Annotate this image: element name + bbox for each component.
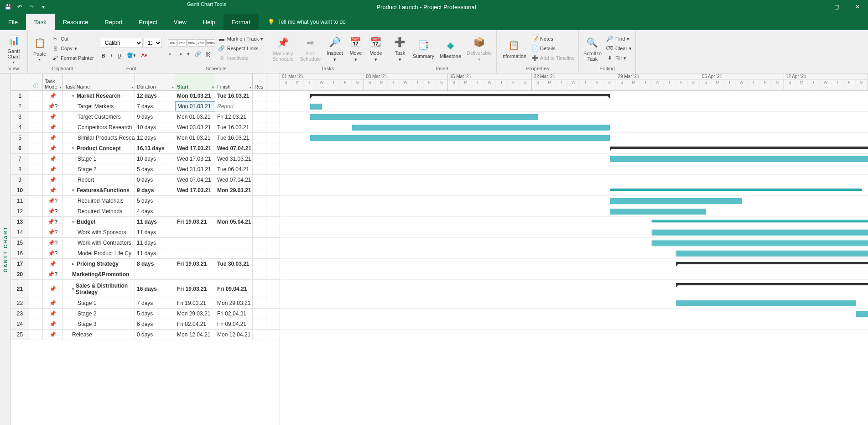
cut-button[interactable]: ✂Cut <box>51 35 95 43</box>
duration-cell[interactable]: 4 days <box>135 206 175 216</box>
fill-button[interactable]: ⬇Fill ▾ <box>605 54 633 62</box>
gantt-bar[interactable] <box>610 147 868 149</box>
chart-row[interactable] <box>280 154 868 164</box>
resources-cell[interactable] <box>253 196 266 206</box>
resources-cell[interactable] <box>253 280 266 298</box>
finish-cell[interactable] <box>215 238 253 248</box>
resources-cell[interactable] <box>253 248 266 258</box>
start-cell[interactable] <box>175 238 215 248</box>
task-name-cell[interactable]: ▿Features&Functions <box>63 185 135 195</box>
duration-cell[interactable]: 16 days <box>135 280 175 298</box>
resources-cell[interactable] <box>253 101 266 111</box>
finish-cell[interactable]: Tue 30.03.21 <box>215 259 253 269</box>
start-cell[interactable]: Wed 07.04.21 <box>175 175 215 185</box>
start-cell[interactable]: Mon 01.03.21 <box>175 112 215 122</box>
start-cell[interactable] <box>175 206 215 216</box>
menu-task[interactable]: Task <box>26 14 55 30</box>
resources-cell[interactable] <box>253 259 266 269</box>
insert-summary-button[interactable]: 📑Summary <box>411 37 436 60</box>
row-number[interactable]: 13 <box>11 217 29 227</box>
task-mode-cell[interactable]: 📌? <box>43 206 63 216</box>
gantt-bar[interactable] <box>310 135 610 141</box>
gantt-bar[interactable] <box>652 240 868 246</box>
info-cell[interactable] <box>29 196 43 206</box>
resources-cell[interactable] <box>253 91 266 101</box>
chart-row[interactable] <box>280 238 868 248</box>
duration-cell[interactable]: 10 days <box>135 154 175 164</box>
info-cell[interactable] <box>29 269 43 279</box>
chart-row[interactable] <box>280 269 868 280</box>
resources-cell[interactable] <box>253 185 266 195</box>
task-mode-cell[interactable]: 📌 <box>43 330 63 340</box>
table-row[interactable]: 11📌?Required Materials5 days <box>11 196 280 206</box>
task-name-cell[interactable]: Marketing&Promotion <box>63 269 135 279</box>
info-cell[interactable] <box>29 319 43 329</box>
paste-button[interactable]: 📋 Paste ▾ <box>31 35 49 63</box>
duration-cell[interactable]: 11 days <box>135 227 175 237</box>
row-number[interactable]: 9 <box>11 175 29 185</box>
gantt-bar[interactable] <box>676 262 868 264</box>
chart-row[interactable] <box>280 91 868 101</box>
outdent-button[interactable]: ⇤ <box>168 51 174 58</box>
task-mode-cell[interactable]: 📌 <box>43 185 63 195</box>
start-cell[interactable] <box>175 248 215 258</box>
info-cell[interactable] <box>29 309 43 319</box>
duration-cell[interactable]: 8 days <box>135 259 175 269</box>
gantt-bar[interactable] <box>610 156 868 162</box>
finish-cell[interactable]: Tue 16.03.21 <box>215 133 253 143</box>
inactivate-button[interactable]: ⊘Inactivate <box>217 54 265 62</box>
col-select-all[interactable] <box>11 73 29 90</box>
menu-view[interactable]: View <box>166 14 195 30</box>
task-mode-cell[interactable]: 📌 <box>43 112 63 122</box>
resources-cell[interactable] <box>253 298 266 308</box>
table-row[interactable]: 15📌?Work with Contractors11 days <box>11 238 280 248</box>
menu-format[interactable]: Format <box>223 14 259 30</box>
menu-help[interactable]: Help <box>195 14 223 30</box>
duration-cell[interactable]: 9 days <box>135 185 175 195</box>
task-name-cell[interactable]: Stage 2 <box>63 164 135 174</box>
task-mode-cell[interactable]: 📌 <box>43 280 63 298</box>
resources-cell[interactable] <box>253 206 266 216</box>
gantt-chart-button[interactable]: 📊 Gantt Chart ▾ <box>3 32 25 65</box>
task-name-cell[interactable]: Stage 1 <box>63 154 135 164</box>
col-info[interactable]: ⓘ <box>29 73 43 90</box>
info-cell[interactable] <box>29 217 43 227</box>
duration-cell[interactable]: 5 days <box>135 309 175 319</box>
finish-cell[interactable] <box>215 227 253 237</box>
zoom-75[interactable]: 75% <box>197 39 206 47</box>
unlink-button[interactable]: ⛓ <box>205 51 212 58</box>
duration-cell[interactable]: 5 days <box>135 196 175 206</box>
clear-button[interactable]: ⌫Clear ▾ <box>605 44 633 52</box>
start-cell[interactable]: Mon 01.03.21 <box>175 91 215 101</box>
auto-schedule-button[interactable]: ➡Auto Schedule <box>297 34 323 63</box>
info-cell[interactable] <box>29 206 43 216</box>
font-color-button[interactable]: A▾ <box>140 52 148 59</box>
start-cell[interactable]: Wed 17.03.21 <box>175 143 215 153</box>
font-size-select[interactable]: 11 <box>144 38 162 48</box>
chart-row[interactable] <box>280 206 868 217</box>
task-mode-cell[interactable]: 📌 <box>43 259 63 269</box>
duration-cell[interactable]: 12 days <box>135 91 175 101</box>
find-button[interactable]: 🔎Find ▾ <box>605 35 633 43</box>
close-button[interactable]: ✕ <box>847 0 868 14</box>
mark-on-track-button[interactable]: ▬Mark on Track ▾ <box>217 35 265 43</box>
info-cell[interactable] <box>29 248 43 258</box>
resources-cell[interactable] <box>253 330 266 340</box>
indent-button[interactable]: ⇥ <box>177 51 182 58</box>
task-name-cell[interactable]: ▿Market Research <box>63 91 135 101</box>
resources-cell[interactable] <box>253 309 266 319</box>
finish-cell[interactable]: Tue 06.04.21 <box>215 164 253 174</box>
row-number[interactable]: 1 <box>11 91 29 101</box>
duration-cell[interactable]: 12 days <box>135 133 175 143</box>
tell-me-search[interactable]: 💡 Tell me what you want to do <box>259 19 346 25</box>
task-name-cell[interactable]: Competitors Research <box>63 122 135 132</box>
start-cell[interactable] <box>175 227 215 237</box>
resources-cell[interactable] <box>253 164 266 174</box>
chart-row[interactable] <box>280 248 868 259</box>
respect-links-button[interactable]: 🔗Respect Links <box>217 44 265 52</box>
info-cell[interactable] <box>29 227 43 237</box>
task-mode-cell[interactable]: 📌 <box>43 122 63 132</box>
table-row[interactable]: 3📌Target Customers9 daysMon 01.03.21Fri … <box>11 112 280 122</box>
task-name-cell[interactable]: ▿Sales & Distribution Strategy <box>63 280 135 298</box>
chevron-down-icon[interactable]: ▾ <box>172 85 174 89</box>
